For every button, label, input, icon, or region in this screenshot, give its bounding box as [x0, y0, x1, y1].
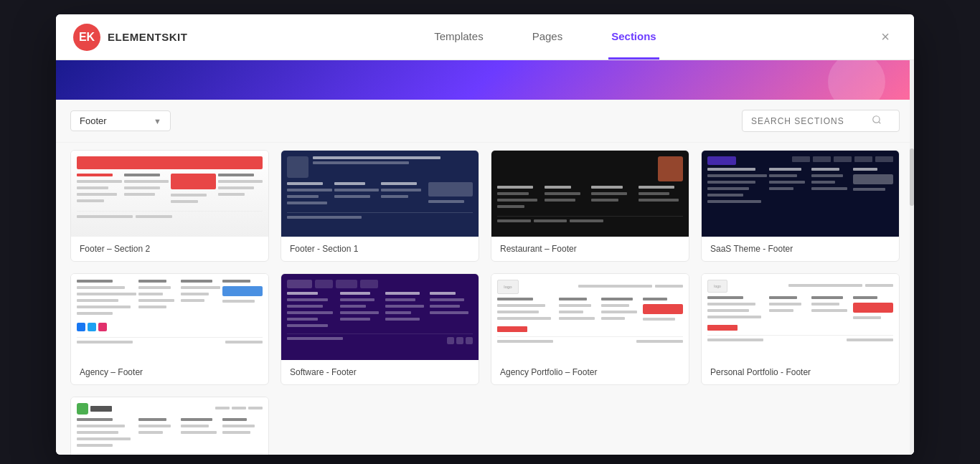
card-label: SaaS Theme - Footer — [702, 237, 899, 261]
card-label: Agency Portfolio – Footer — [491, 360, 689, 384]
logo-icon: EK — [73, 24, 100, 51]
card-thumbnail — [491, 151, 689, 237]
card-restaurant-footer[interactable]: Restaurant – Footer — [491, 150, 689, 262]
card-thumbnail — [702, 151, 899, 237]
nav-tabs: Templates Pages Sections — [217, 14, 874, 60]
search-input[interactable] — [751, 116, 866, 126]
card-agency-footer[interactable]: Agency – Footer — [70, 273, 269, 385]
card-agency-portfolio-footer[interactable]: logo — [491, 273, 689, 385]
card-footer-section-1[interactable]: Footer - Section 1 — [281, 150, 479, 262]
chevron-down-icon: ▼ — [154, 117, 161, 126]
logo-area: EK ELEMENTSKIT — [73, 24, 217, 51]
card-software-footer[interactable]: Software - Footer — [281, 273, 479, 385]
card-label: Restaurant – Footer — [491, 237, 689, 261]
card-label: Personal Portfolio - Footer — [702, 360, 899, 384]
scroll-thumb — [910, 148, 914, 206]
card-label: Footer – Section 2 — [71, 237, 268, 261]
card-thumbnail — [71, 151, 268, 237]
card-label: Software - Footer — [281, 360, 479, 384]
card-label: Footer - Section 1 — [281, 237, 479, 261]
elementskit-modal: EK ELEMENTSKIT Templates Pages Sections … — [56, 14, 914, 455]
modal-header: EK ELEMENTSKIT Templates Pages Sections … — [56, 14, 914, 60]
close-button[interactable]: × — [874, 26, 897, 49]
toolbar: Footer ▼ — [56, 100, 914, 143]
banner-decoration — [828, 60, 885, 100]
cards-grid: Footer – Section 2 — [70, 150, 900, 455]
logo-text: ELEMENTSKIT — [108, 31, 187, 43]
card-personal-portfolio-footer[interactable]: logo — [701, 273, 900, 385]
card-thumbnail — [281, 151, 479, 237]
content-area: Footer – Section 2 — [56, 143, 914, 455]
card-saas-footer[interactable]: SaaS Theme - Footer — [701, 150, 900, 262]
svg-line-1 — [879, 122, 881, 124]
banner-area — [56, 60, 914, 100]
category-dropdown[interactable]: Footer ▼ — [70, 110, 171, 131]
card-app-landing-footer[interactable]: App Landing - Footer — [70, 397, 269, 455]
tab-pages[interactable]: Pages — [529, 14, 566, 60]
card-thumbnail: logo — [491, 274, 689, 360]
search-icon — [872, 115, 882, 127]
card-thumbnail — [71, 274, 268, 360]
card-thumbnail — [281, 274, 479, 360]
card-label: Agency – Footer — [71, 360, 268, 384]
card-thumbnail: logo — [702, 274, 899, 360]
svg-point-0 — [873, 116, 880, 123]
search-box[interactable] — [742, 110, 900, 132]
tab-templates[interactable]: Templates — [431, 14, 486, 60]
scrollbar[interactable] — [910, 60, 914, 455]
card-footer-section-2[interactable]: Footer – Section 2 — [70, 150, 269, 262]
tab-sections[interactable]: Sections — [608, 14, 659, 60]
card-thumbnail — [71, 397, 268, 455]
